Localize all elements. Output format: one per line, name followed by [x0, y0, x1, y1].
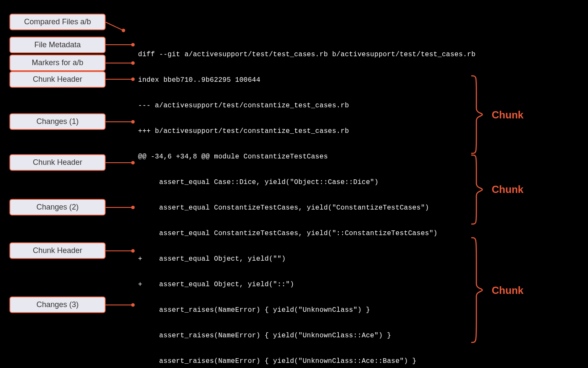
label-chunk-header-1: Chunk Header: [9, 71, 106, 88]
diff-line: assert_raises(NameError) { yield("Unknow…: [138, 331, 476, 340]
diff-line: + assert_equal Object, yield(""): [138, 255, 476, 263]
diff-line: assert_raises(NameError) { yield("Unknow…: [138, 306, 476, 314]
connector-chunk-header-3: [106, 250, 134, 251]
label-changes-2: Changes (2): [9, 199, 106, 216]
connector-chunk-header-2: [106, 162, 134, 163]
diff-output: diff --git a/activesupport/test/test_cas…: [138, 33, 476, 368]
diff-line: +++ b/activesupport/test/constantize_tes…: [138, 127, 476, 135]
chunk-label-2: Chunk: [492, 184, 524, 196]
chunk-label-1: Chunk: [492, 109, 524, 121]
connector-compared-files: [106, 22, 124, 31]
diff-line: assert_raises(NameError) { yield("Unknow…: [138, 357, 476, 365]
diff-line: assert_equal ConstantizeTestCases, yield…: [138, 229, 476, 238]
diff-line: --- a/activesupport/test/constantize_tes…: [138, 101, 476, 110]
label-changes-1: Changes (1): [9, 113, 106, 130]
label-file-metadata: File Metadata: [9, 37, 106, 53]
connector-markers-ab: [106, 63, 134, 63]
diff-line: diff --git a/activesupport/test/test_cas…: [138, 50, 476, 59]
label-changes-3: Changes (3): [9, 296, 106, 313]
connector-changes-1: [106, 121, 134, 122]
chunk-label-3: Chunk: [492, 285, 524, 296]
label-chunk-header-2: Chunk Header: [9, 154, 106, 171]
diff-line: + assert_equal Object, yield("::"): [138, 280, 476, 289]
diagram-canvas: Compared Files a/b File Metadata Markers…: [0, 0, 588, 368]
connector-changes-2: [106, 207, 134, 208]
diff-line: assert_equal ConstantizeTestCases, yield…: [138, 204, 476, 212]
label-chunk-header-3: Chunk Header: [9, 242, 106, 259]
label-markers-ab: Markers for a/b: [9, 55, 106, 71]
connector-changes-3: [106, 305, 134, 305]
diff-line: @@ -34,6 +34,8 @@ module ConstantizeTest…: [138, 152, 476, 161]
diff-line: assert_equal Case::Dice, yield("Object::…: [138, 178, 476, 187]
diff-line: index bbeb710..9b62295 100644: [138, 76, 476, 84]
connector-file-metadata: [106, 44, 134, 45]
label-compared-files: Compared Files a/b: [9, 14, 106, 30]
connector-chunk-header-1: [106, 79, 134, 80]
